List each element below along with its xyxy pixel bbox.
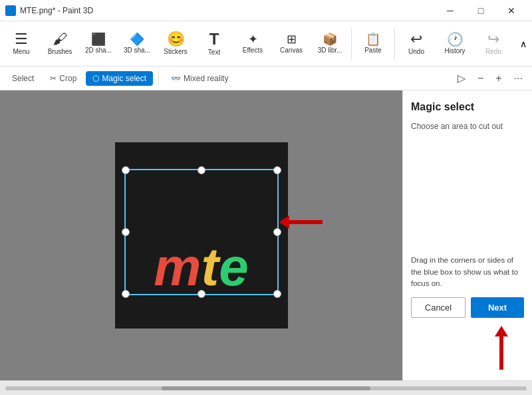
more-button[interactable]: ··· [510,71,527,86]
arrow-head [279,215,289,229]
magic-select-button[interactable]: ⬡ Magic select [86,71,153,86]
crop-button[interactable]: ✂ Crop [43,71,83,86]
crop-label: Crop [59,74,76,83]
handle-bottom-right[interactable] [273,290,281,298]
main-toolbar: ☰ Menu 🖌 Brushes ⬛ 2D sha... 🔷 3D sha...… [0,21,532,66]
arrow-up-container [411,326,524,370]
mixed-reality-label: Mixed reality [184,74,228,83]
panel-hint: Drag in the corners or sides of the blue… [411,255,524,289]
tool-paste[interactable]: 📋 Paste [354,23,392,65]
window-controls: ─ □ ✕ [435,0,527,21]
handle-bottom-left[interactable] [122,290,130,298]
brushes-label: Brushes [48,48,72,56]
toolbar-divider-2 [394,28,395,60]
canvas-content: mte [115,142,288,329]
history-label: History [444,47,465,55]
redo-label: Redo [485,48,501,56]
paste-icon: 📋 [366,33,380,45]
tool-3dlib[interactable]: 📦 3D libr... [311,23,348,65]
select-button[interactable]: Select [5,71,41,86]
tool-effects[interactable]: ✦ Effects [234,23,271,65]
toolbar-divider [351,28,352,60]
maximize-button[interactable]: □ [466,0,496,21]
mixed-reality-button[interactable]: 👓 Mixed reality [164,71,235,86]
arrow-to-handle [279,215,323,229]
right-panel: Magic select Choose an area to cut out D… [402,90,532,380]
app-icon [5,5,16,16]
selection-box[interactable] [124,169,279,295]
scrollbar-track[interactable] [5,386,527,390]
tool-undo[interactable]: ↩ Undo [398,23,435,65]
undo-label: Undo [408,48,424,56]
tool-canvas[interactable]: ⊞ Canvas [273,23,310,65]
cancel-button[interactable]: Cancel [411,297,466,318]
handle-top-right[interactable] [273,166,281,174]
tool-stickers[interactable]: 😊 Stickers [157,23,194,65]
menu-label: Menu [13,48,29,56]
tool-history[interactable]: 🕐 History [436,23,473,65]
effects-label: Effects [243,47,263,55]
window-title: MTE.png* - Paint 3D [20,6,93,15]
3dshapes-icon: 🔷 [130,33,144,45]
tool-2dshapes[interactable]: ⬛ 2D sha... [80,23,117,65]
bottom-scrollbar[interactable] [0,380,532,395]
arrow-up-wrapper [495,326,508,370]
text-label: Text [208,49,220,57]
handle-middle-left[interactable] [122,228,130,236]
tool-3dshapes[interactable]: 🔷 3D sha... [118,23,156,65]
next-button[interactable]: Next [471,297,524,318]
main-area: mte Magic select Choose an a [0,90,532,380]
minimize-button[interactable]: ─ [435,0,466,21]
plus-button[interactable]: + [491,71,505,86]
select-label: Select [12,74,34,83]
tool-menu[interactable]: ☰ Menu [3,23,40,65]
tool-brushes[interactable]: 🖌 Brushes [41,23,78,65]
secondary-toolbar: Select ✂ Crop ⬡ Magic select 👓 Mixed rea… [0,66,532,90]
undo-icon: ↩ [410,32,422,47]
magic-select-icon: ⬡ [92,74,99,83]
panel-spacer [411,140,524,247]
brushes-icon: 🖌 [53,32,67,47]
3dlib-icon: 📦 [323,33,337,45]
text-icon: T [209,31,219,47]
tool-text[interactable]: T Text [196,23,233,65]
effects-icon: ✦ [248,33,258,45]
arrow-shaft [289,220,323,224]
magic-select-label: Magic select [102,74,146,83]
canvas-area[interactable]: mte [0,90,402,380]
2dshapes-icon: ⬛ [91,33,106,45]
3dlib-label: 3D libr... [318,47,342,55]
titlebar-left: MTE.png* - Paint 3D [5,5,93,16]
toolbar-expand-button[interactable]: ∧ [517,36,529,52]
titlebar: MTE.png* - Paint 3D ─ □ ✕ [0,0,532,21]
2dshapes-label: 2D sha... [85,47,112,55]
history-icon: 🕐 [447,33,464,46]
3dshapes-label: 3D sha... [124,47,150,55]
close-button[interactable]: ✕ [496,0,527,21]
sec-separator [158,71,159,86]
stickers-label: Stickers [164,48,188,56]
menu-icon: ☰ [15,32,28,47]
handle-bottom-center[interactable] [198,290,205,298]
panel-description: Choose an area to cut out [411,121,524,132]
arrow-up-shaft [499,336,503,370]
paste-label: Paste [364,47,382,55]
panel-buttons: Cancel Next [411,297,524,318]
redo-icon: ↪ [487,32,499,47]
handle-top-center[interactable] [198,166,205,174]
handle-middle-right[interactable] [273,228,281,236]
panel-title: Magic select [411,101,524,113]
stickers-icon: 😊 [167,32,185,47]
mixed-reality-icon: 👓 [171,74,181,83]
arrow-up-head [495,326,508,336]
tool-redo[interactable]: ↪ Redo [475,23,512,65]
triangle-button[interactable]: ▷ [454,70,469,86]
sec-right-controls: ▷ − + ··· [454,70,527,86]
minus-button[interactable]: − [473,71,487,86]
scrollbar-thumb[interactable] [162,386,370,390]
crop-icon: ✂ [50,74,57,83]
canvas-label: Canvas [280,47,303,55]
handle-top-left[interactable] [122,166,130,174]
canvas-icon: ⊞ [287,33,297,45]
